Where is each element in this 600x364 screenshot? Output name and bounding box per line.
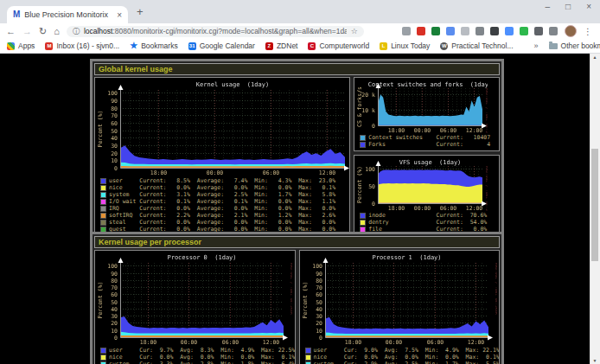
legend-row-user: user Cur: 9.0% Avg: 7.5% Min: 4.9% Max: … — [305, 347, 498, 354]
section-global-kernel-usage: Global kernel usage user Current: 8.5% A… — [90, 59, 504, 240]
other-bookmarks-button[interactable]: Other bookmarks — [549, 42, 600, 50]
bookmark-label: Inbox (16) - sjvn0... — [56, 42, 119, 50]
legend-text: nice Cur: 0.0% Avg: 0.0% Min: 0.0% Max: … — [109, 354, 296, 361]
graph-processor-1[interactable]: user Cur: 9.0% Avg: 7.5% Min: 4.9% Max: … — [299, 250, 501, 364]
graph-context-switches[interactable]: Context switches Current: 10407 Forks Cu… — [354, 77, 500, 151]
page-info-icon[interactable]: ⓘ — [73, 27, 80, 36]
copy-extension-icon[interactable] — [446, 27, 455, 35]
kernel-usage-graph-image[interactable] — [97, 80, 350, 176]
address-bar[interactable]: ⓘ localhost:8080/monitorix-cgi/monitorix… — [67, 26, 364, 37]
page-scrollbar[interactable]: ▲ ▼ — [590, 54, 600, 364]
graph-processor-0[interactable]: user Cur: 9.7% Avg: 8.3% Min: 4.9% Max: … — [94, 250, 296, 364]
legend-swatch-icon — [100, 178, 106, 184]
legend-row-user: user Cur: 9.7% Avg: 8.3% Min: 4.9% Max: … — [100, 347, 293, 354]
bookmark-item-star[interactable]: ★Bookmarks — [130, 42, 178, 50]
bookmark-item-wordpress[interactable]: WPractical Technol... — [440, 42, 513, 50]
extensions-puzzle-icon[interactable] — [534, 27, 543, 35]
url-host: localhost — [84, 27, 113, 35]
legend-text: Context switches Current: 10407 — [368, 134, 497, 141]
processor-0-legend: user Cur: 9.7% Avg: 8.3% Min: 4.9% Max: … — [97, 346, 293, 364]
list-extension-icon[interactable] — [549, 27, 558, 35]
scroll-down-icon[interactable]: ▼ — [590, 358, 599, 363]
evernote-extension-icon[interactable] — [520, 27, 528, 35]
legend-text: user Cur: 9.0% Avg: 7.5% Min: 4.9% Max: … — [314, 347, 501, 354]
kernel-usage-legend: user Current: 8.5% Average: 7.4% Min: 4.… — [97, 176, 348, 233]
back-icon[interactable]: ← — [6, 27, 16, 36]
window-close-button[interactable]: × — [586, 2, 591, 11]
bookmark-item-linux-today[interactable]: LLinux Today — [380, 42, 430, 50]
browser-tab[interactable]: M Blue Precision Monitorix × — [7, 6, 128, 23]
linux-today-favicon-icon: L — [380, 42, 387, 50]
tab-close-icon[interactable]: × — [117, 10, 122, 20]
extension-icons — [371, 27, 558, 35]
legend-swatch-icon — [100, 199, 106, 205]
vfs-usage-graph-image[interactable] — [356, 157, 488, 211]
legend-text: softIRQ Current: 2.2% Average: 2.1% Min:… — [109, 212, 342, 219]
legend-text: user Current: 8.5% Average: 7.4% Min: 4.… — [109, 177, 342, 184]
bookmark-star-icon[interactable]: ☆ — [351, 27, 358, 35]
legend-swatch-icon — [100, 213, 106, 219]
url-path: :8080/monitorix-cgi/monitorix.cgi?mode=l… — [112, 27, 346, 35]
bookmark-label: Linux Today — [391, 42, 430, 50]
screenshot-extension-icon[interactable] — [461, 27, 469, 35]
legend-text: user Cur: 9.7% Avg: 8.3% Min: 4.9% Max: … — [109, 347, 296, 354]
context-switches-legend: Context switches Current: 10407 Forks Cu… — [356, 133, 497, 149]
legend-text: nice Current: 0.0% Average: 0.0% Min: 0.… — [109, 184, 342, 191]
bookmark-items: AppsMInbox (16) - sjvn0...★Bookmarks31Go… — [7, 42, 514, 50]
url-text: localhost:8080/monitorix-cgi/monitorix.c… — [84, 27, 347, 35]
bookmark-item-gmail[interactable]: MInbox (16) - sjvn0... — [45, 42, 119, 50]
computerworld-favicon-icon: C — [308, 42, 316, 50]
graph-kernel-usage[interactable]: user Current: 8.5% Average: 7.4% Min: 4.… — [94, 77, 350, 236]
bookmark-label: Practical Technol... — [451, 42, 513, 50]
scrollbar-thumb[interactable] — [591, 149, 598, 261]
legend-row-nice: nice Cur: 0.0% Avg: 0.0% Min: 0.0% Max: … — [305, 354, 498, 361]
new-tab-button[interactable]: + — [137, 5, 144, 18]
legend-text: system Cur: 3.3% Avg: 2.8% Min: 1.8% Max… — [109, 361, 296, 364]
bookmark-label: Bookmarks — [141, 42, 178, 50]
wordpress-favicon-icon: W — [440, 42, 448, 50]
legend-swatch-icon — [100, 354, 106, 361]
legend-row-forks: Forks Current: 4 — [360, 141, 497, 148]
legend-row-nice: nice Cur: 0.0% Avg: 0.0% Min: 0.0% Max: … — [100, 354, 293, 361]
search-extension-icon[interactable] — [402, 27, 411, 35]
bookmark-item-computerworld[interactable]: CComputerworld — [308, 42, 369, 50]
dark-extension-icon[interactable] — [490, 27, 499, 35]
legend-swatch-icon — [360, 135, 366, 141]
session-extension-icon[interactable] — [431, 27, 440, 35]
bookmark-label: ZDNet — [277, 42, 298, 50]
bookmark-item-apps-grid[interactable]: Apps — [7, 42, 35, 50]
processor-1-legend: user Cur: 9.0% Avg: 7.5% Min: 4.9% Max: … — [302, 346, 498, 364]
legend-swatch-icon — [305, 361, 311, 364]
bookmark-item-zdnet[interactable]: ZZDNet — [265, 42, 298, 50]
bookmark-item-calendar[interactable]: 31Google Calendar — [188, 42, 255, 50]
graph-vfs-usage[interactable]: inode Current: 70.6% dentry Current: 54.… — [354, 155, 500, 236]
legend-swatch-icon — [360, 213, 366, 219]
bookmarks-overflow-icon[interactable]: » — [534, 42, 539, 50]
scroll-up-icon[interactable]: ▲ — [590, 54, 599, 60]
context-switches-graph-image[interactable] — [356, 80, 488, 133]
legend-swatch-icon — [305, 348, 311, 354]
legend-swatch-icon — [305, 354, 311, 361]
legend-row-nice: nice Current: 0.0% Average: 0.0% Min: 0.… — [100, 184, 348, 191]
profile-avatar[interactable] — [565, 25, 577, 37]
section-kernel-usage-per-processor: Kernel usage per processor user Cur: 9.7… — [90, 232, 504, 364]
apps-grid-favicon-icon — [7, 42, 15, 50]
privacy-extension-icon[interactable] — [476, 27, 484, 35]
bookmark-label: Google Calendar — [200, 42, 255, 50]
tab-title: Blue Precision Monitorix — [24, 10, 114, 19]
window-minimize-button[interactable]: – — [546, 2, 551, 11]
window-maximize-button[interactable]: □ — [565, 2, 571, 11]
browser-toolbar: ← → ↻ ⌂ ⓘ localhost:8080/monitorix-cgi/m… — [0, 23, 600, 39]
processor-0-graph-image[interactable] — [97, 252, 292, 346]
gmail-extension-icon[interactable] — [417, 27, 425, 35]
legend-swatch-icon — [360, 142, 366, 148]
reload-icon[interactable]: ↻ — [39, 27, 47, 36]
window-controls: – □ × — [546, 2, 591, 11]
legend-swatch-icon — [100, 185, 106, 191]
processor-1-graph-image[interactable] — [302, 252, 497, 346]
legend-swatch-icon — [360, 220, 366, 226]
messenger-extension-icon[interactable] — [505, 27, 514, 35]
home-icon[interactable]: ⌂ — [54, 27, 60, 36]
browser-menu-icon[interactable]: ⋮ — [584, 27, 594, 36]
monitorix-favicon-icon: M — [13, 10, 20, 19]
